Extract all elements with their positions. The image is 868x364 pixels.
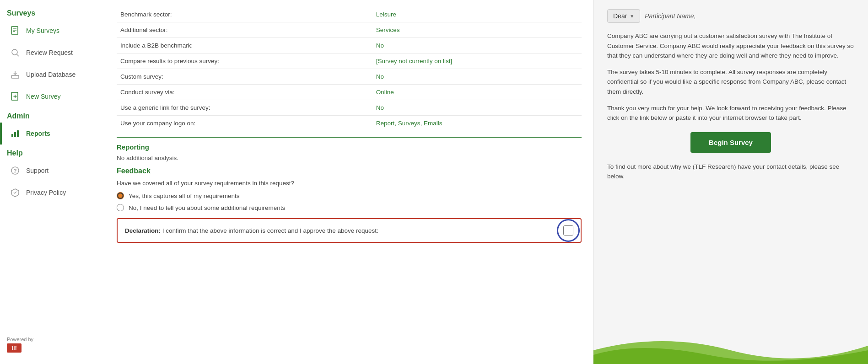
table-cell-label: Additional sector: xyxy=(117,22,372,38)
upload-database-icon xyxy=(9,68,22,81)
table-row: Conduct survey via:Online xyxy=(117,85,582,100)
svg-line-15 xyxy=(14,193,15,193)
table-cell-label: Conduct survey via: xyxy=(117,85,372,100)
table-row: Include a B2B benchmark:No xyxy=(117,38,582,54)
sidebar-item-my-surveys[interactable]: My Surveys xyxy=(0,20,105,42)
declaration-text: Declaration: I confirm that the above in… xyxy=(125,227,563,234)
reporting-text: No additional analysis. xyxy=(117,155,582,161)
sidebar-item-support-label: Support xyxy=(26,167,49,174)
email-paragraph-2: The survey takes 5-10 minutes to complet… xyxy=(607,67,854,97)
sidebar-item-upload-label: Upload Database xyxy=(26,71,75,78)
table-cell-label: Include a B2B benchmark: xyxy=(117,38,372,54)
svg-rect-12 xyxy=(17,130,19,137)
email-salutation: Dear ▼ Participant Name, xyxy=(607,9,854,23)
admin-section-title: Admin xyxy=(0,107,105,123)
sidebar-item-my-surveys-label: My Surveys xyxy=(26,27,59,34)
radio-yes[interactable]: Yes, this captures all of my requirement… xyxy=(117,192,582,199)
radio-yes-input[interactable] xyxy=(117,192,124,199)
review-request-icon xyxy=(9,46,22,59)
email-footer: To find out more about why we (TLF Resea… xyxy=(607,162,854,182)
sidebar-item-upload-database[interactable]: Upload Database xyxy=(0,64,105,86)
surveys-section-title: Surveys xyxy=(0,5,105,20)
declaration-checkbox-wrapper xyxy=(563,225,573,236)
feedback-question: Have we covered all of your survey requi… xyxy=(117,180,582,187)
svg-point-4 xyxy=(12,49,17,55)
sidebar-item-support[interactable]: ? Support xyxy=(0,160,105,182)
participant-name: Participant Name, xyxy=(645,12,695,20)
sidebar-item-new-survey[interactable]: New Survey xyxy=(0,86,105,107)
sidebar-item-review-request[interactable]: Review Request xyxy=(0,42,105,64)
table-cell-value: No xyxy=(372,100,582,116)
table-row: Custom survey:No xyxy=(117,69,582,85)
table-cell-value: [Survey not currently on list] xyxy=(372,54,582,69)
declaration-checkbox[interactable] xyxy=(563,225,573,236)
reporting-heading: Reporting xyxy=(117,143,582,151)
table-cell-label: Benchmark sector: xyxy=(117,7,372,22)
survey-info-table: Benchmark sector:LeisureAdditional secto… xyxy=(117,7,582,131)
radio-yes-label[interactable]: Yes, this captures all of my requirement… xyxy=(129,193,240,199)
svg-rect-6 xyxy=(11,75,19,78)
sidebar-item-privacy-policy[interactable]: Privacy Policy xyxy=(0,182,105,203)
main-content: Benchmark sector:LeisureAdditional secto… xyxy=(105,0,868,364)
new-survey-icon xyxy=(9,90,22,103)
svg-rect-11 xyxy=(14,132,16,137)
declaration-body: I confirm that the above information is … xyxy=(161,227,378,234)
sidebar-item-privacy-label: Privacy Policy xyxy=(26,189,66,196)
svg-rect-10 xyxy=(11,134,13,137)
email-body: Company ABC are carrying out a customer … xyxy=(607,31,854,123)
table-row: Additional sector:Services xyxy=(117,22,582,38)
table-cell-value: Online xyxy=(372,85,582,100)
table-row: Use a generic link for the survey:No xyxy=(117,100,582,116)
sidebar-item-reports-label: Reports xyxy=(26,130,50,137)
table-cell-value: No xyxy=(372,38,582,54)
table-cell-label: Use your company logo on: xyxy=(117,116,372,131)
svg-line-5 xyxy=(17,54,19,57)
table-row: Compare results to previous survey:[Surv… xyxy=(117,54,582,69)
email-paragraph-1: Company ABC are carrying out a customer … xyxy=(607,31,854,61)
right-panel: Dear ▼ Participant Name, Company ABC are… xyxy=(593,0,868,364)
email-preview: Dear ▼ Participant Name, Company ABC are… xyxy=(593,0,868,327)
begin-survey-button[interactable]: Begin Survey xyxy=(690,132,771,153)
table-cell-label: Use a generic link for the survey: xyxy=(117,100,372,116)
left-panel: Benchmark sector:LeisureAdditional secto… xyxy=(105,0,593,364)
table-cell-value: Report, Surveys, Emails xyxy=(372,116,582,131)
table-cell-value: Services xyxy=(372,22,582,38)
radio-no[interactable]: No, I need to tell you about some additi… xyxy=(117,204,582,211)
powered-by: Powered by tlf xyxy=(0,330,105,359)
dear-chevron-icon: ▼ xyxy=(630,14,634,19)
support-icon: ? xyxy=(9,164,22,177)
radio-no-input[interactable] xyxy=(117,204,124,211)
section-divider xyxy=(117,137,582,138)
dear-select-box[interactable]: Dear ▼ xyxy=(607,9,640,23)
radio-no-label[interactable]: No, I need to tell you about some additi… xyxy=(129,204,285,211)
table-row: Use your company logo on:Report, Surveys… xyxy=(117,116,582,131)
table-cell-value: No xyxy=(372,69,582,85)
declaration-label: Declaration: xyxy=(125,227,161,234)
footer-text: To find out more about why we (TLF Resea… xyxy=(607,162,854,182)
powered-by-text: Powered by xyxy=(7,337,33,342)
dear-label: Dear xyxy=(613,12,627,20)
reports-icon xyxy=(9,127,22,140)
sidebar-item-review-label: Review Request xyxy=(26,49,73,56)
help-section-title: Help xyxy=(0,145,105,160)
table-row: Benchmark sector:Leisure xyxy=(117,7,582,22)
feedback-heading: Feedback xyxy=(117,167,582,175)
email-paragraph-3: Thank you very much for your help. We lo… xyxy=(607,103,854,123)
wave-bottom xyxy=(593,327,868,364)
svg-line-16 xyxy=(15,192,16,193)
tlf-logo: tlf xyxy=(7,343,22,353)
table-cell-label: Custom survey: xyxy=(117,69,372,85)
my-surveys-icon xyxy=(9,24,22,37)
table-cell-value: Leisure xyxy=(372,7,582,22)
sidebar: Surveys My Surveys Review Request xyxy=(0,0,105,364)
declaration-box: Declaration: I confirm that the above in… xyxy=(117,218,582,243)
table-cell-label: Compare results to previous survey: xyxy=(117,54,372,69)
svg-text:?: ? xyxy=(13,168,16,174)
sidebar-item-reports[interactable]: Reports xyxy=(0,123,105,145)
privacy-policy-icon xyxy=(9,186,22,199)
sidebar-item-new-survey-label: New Survey xyxy=(26,93,60,100)
